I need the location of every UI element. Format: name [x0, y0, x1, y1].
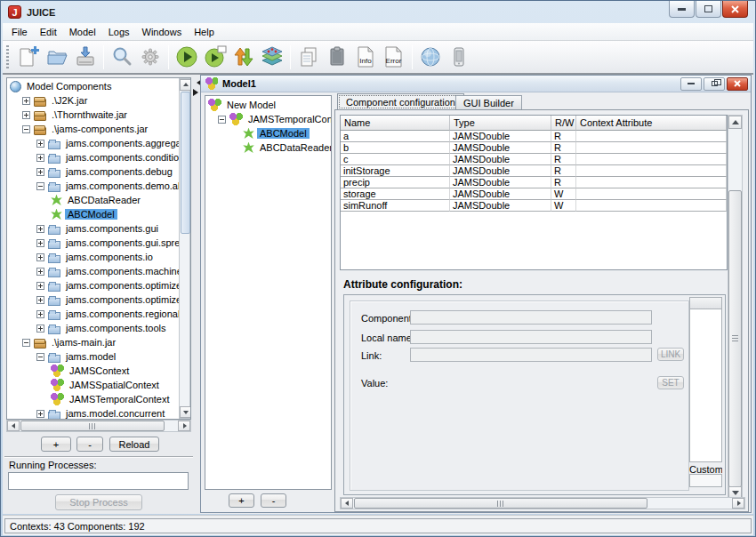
- tree-item-tools[interactable]: jams.components.tools: [8, 321, 179, 335]
- component-field[interactable]: [410, 310, 652, 325]
- scroll-thumb[interactable]: [728, 190, 742, 487]
- library-remove-button[interactable]: -: [76, 437, 103, 452]
- tree-item-gui-spreadsheet[interactable]: jams.components.gui.spreadsheet: [8, 236, 179, 250]
- expand-icon[interactable]: [36, 325, 44, 333]
- tree-item-io[interactable]: jams.components.io: [8, 250, 179, 264]
- tree-item-machinelearning[interactable]: jams.components.machineLearning: [8, 264, 179, 278]
- maximize-button[interactable]: [696, 1, 721, 18]
- tree-item-regionalization[interactable]: jams.components.regionalization: [8, 307, 179, 321]
- panel-vertical-scrollbar[interactable]: [728, 115, 743, 501]
- expand-icon[interactable]: [22, 97, 30, 105]
- tree-item-jamstemporalcontext[interactable]: JAMSTemporalContext: [8, 392, 179, 406]
- tree-item-optimizer[interactable]: jams.components.optimizer: [8, 278, 179, 293]
- close-button[interactable]: [722, 1, 748, 18]
- table-row[interactable]: cJAMSDoubleR: [341, 154, 727, 165]
- paste-button[interactable]: [323, 44, 351, 71]
- reload-button[interactable]: Reload: [109, 437, 159, 452]
- run-model-gui-button[interactable]: [201, 44, 229, 71]
- panel-horizontal-scrollbar[interactable]: [340, 497, 745, 509]
- scroll-thumb[interactable]: [354, 498, 647, 509]
- tree-item-demo-abc[interactable]: jams.components.demo.abc: [8, 179, 179, 193]
- tree-item-abcdatareader[interactable]: ABCDataReader: [205, 140, 331, 155]
- mobile-device-button[interactable]: [445, 44, 473, 71]
- tree-item-jams-main-jar[interactable]: .\jams-main.jar: [8, 335, 179, 349]
- table-row[interactable]: initStorageJAMSDoubleR: [341, 165, 727, 177]
- stop-process-button[interactable]: Stop Process: [55, 494, 142, 510]
- local-name-field[interactable]: [410, 330, 652, 344]
- tree-vertical-scrollbar[interactable]: [179, 78, 190, 419]
- tree-item-j2k-jar[interactable]: .\J2K.jar: [8, 93, 179, 108]
- expand-icon[interactable]: [36, 282, 44, 290]
- expand-icon[interactable]: [36, 296, 44, 304]
- column-header-context-attribute[interactable]: Context Attribute: [576, 116, 727, 131]
- minimize-button[interactable]: [669, 1, 695, 18]
- menu-edit[interactable]: Edit: [34, 25, 63, 39]
- link-field[interactable]: [410, 348, 652, 362]
- collapse-icon[interactable]: [218, 116, 226, 124]
- collapse-icon[interactable]: [36, 353, 44, 361]
- toolbar-drag-handle[interactable]: [6, 45, 9, 68]
- settings-button[interactable]: [136, 44, 165, 71]
- browser-button[interactable]: [416, 44, 445, 71]
- tree-item-optimizer-gradient[interactable]: jams.components.optimizer.gradient: [8, 293, 179, 307]
- scroll-right-button[interactable]: [732, 498, 744, 509]
- frame-restore-button[interactable]: [704, 77, 725, 91]
- tree-item-abcdatareader[interactable]: ABCDataReader: [8, 193, 179, 207]
- model-remove-button[interactable]: -: [261, 493, 286, 508]
- expand-icon[interactable]: [36, 253, 44, 261]
- menu-model[interactable]: Model: [63, 25, 102, 39]
- tree-item-debug[interactable]: jams.components.debug: [8, 164, 179, 179]
- scroll-up-button[interactable]: [180, 79, 191, 91]
- tree-item-jamsspatialcontext[interactable]: JAMSSpatialContext: [8, 378, 179, 392]
- collapse-icon[interactable]: [36, 182, 44, 190]
- tree-item-conditional[interactable]: jams.components.conditional: [8, 150, 179, 164]
- collapse-icon[interactable]: [22, 125, 30, 133]
- frame-close-button[interactable]: [727, 77, 748, 91]
- scroll-thumb[interactable]: [181, 92, 190, 234]
- expand-icon[interactable]: [36, 154, 44, 162]
- menu-file[interactable]: File: [5, 25, 34, 39]
- expand-icon[interactable]: [36, 268, 44, 276]
- column-header-name[interactable]: Name: [341, 116, 450, 131]
- custom-attribute-box[interactable]: [689, 474, 722, 487]
- tab-component-configuration[interactable]: Component configuration: [337, 93, 464, 110]
- column-header-type[interactable]: Type: [450, 116, 551, 131]
- menu-logs[interactable]: Logs: [102, 25, 136, 39]
- tree-item-new-model[interactable]: New Model: [205, 98, 331, 112]
- expand-icon[interactable]: [36, 225, 44, 233]
- scroll-thumb[interactable]: [20, 421, 165, 431]
- error-log-button[interactable]: Error: [380, 44, 408, 71]
- collapse-icon[interactable]: [22, 339, 30, 347]
- tab-gui-builder[interactable]: GUI Builder: [455, 95, 522, 110]
- open-model-button[interactable]: [43, 44, 71, 71]
- menu-help[interactable]: Help: [188, 25, 221, 39]
- tree-item-abcmodel[interactable]: ABCModel: [8, 207, 179, 221]
- tree-item-jamscontext[interactable]: JAMSContext: [8, 364, 179, 378]
- title-bar[interactable]: J JUICE: [1, 1, 755, 23]
- table-row[interactable]: precipJAMSDoubleR: [341, 177, 727, 188]
- tree-item-jams-model-concurrent[interactable]: jams.model.concurrent: [8, 406, 179, 420]
- new-model-button[interactable]: [14, 44, 43, 71]
- menu-windows[interactable]: Windows: [136, 25, 189, 39]
- tree-item-aggregate[interactable]: jams.components.aggregate: [8, 136, 179, 150]
- tree-item-jams-model[interactable]: jams.model: [8, 349, 179, 364]
- model-add-button[interactable]: +: [229, 493, 254, 508]
- table-row[interactable]: bJAMSDoubleR: [341, 142, 727, 154]
- set-button[interactable]: SET: [657, 376, 684, 389]
- update-components-button[interactable]: [229, 44, 258, 71]
- custom-attribute-list[interactable]: [689, 309, 722, 462]
- tree-item-thornthwaite-jar[interactable]: .\Thornthwaite.jar: [8, 108, 179, 122]
- expand-icon[interactable]: [36, 239, 44, 247]
- table-row[interactable]: aJAMSDoubleR: [341, 131, 727, 142]
- expand-icon[interactable]: [36, 310, 44, 318]
- table-row[interactable]: simRunoffJAMSDoubleW: [341, 200, 727, 212]
- scroll-up-button[interactable]: [728, 116, 742, 129]
- tree-item-jams-components-jar[interactable]: .\jams-components.jar: [8, 122, 179, 136]
- copy-button[interactable]: [294, 44, 323, 71]
- expand-icon[interactable]: [36, 410, 44, 418]
- info-log-button[interactable]: Info: [351, 44, 380, 71]
- scroll-left-button[interactable]: [7, 421, 20, 431]
- running-processes-list[interactable]: [8, 472, 189, 490]
- tree-item-jamstemporalcontext[interactable]: JAMSTemporalContext: [205, 112, 331, 126]
- scroll-right-button[interactable]: [178, 421, 190, 431]
